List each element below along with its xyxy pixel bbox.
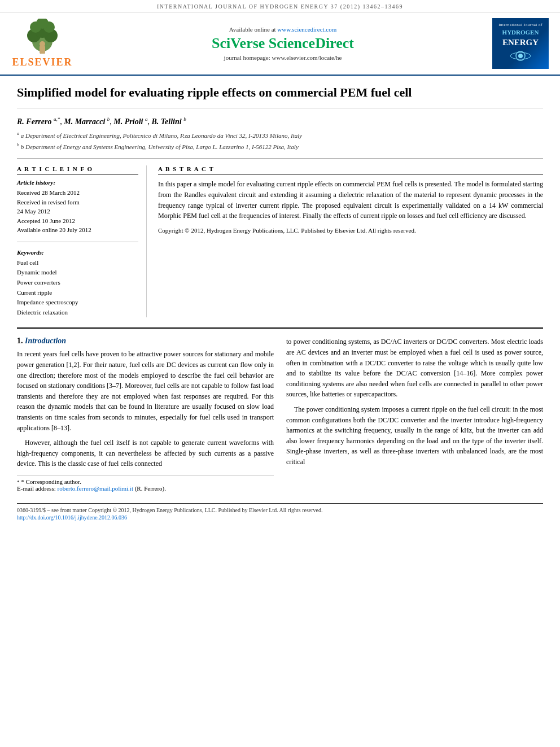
article-info-column: A R T I C L E I N F O Article history: R… (17, 165, 147, 317)
svg-point-9 (40, 41, 45, 47)
body-col-right: to power conditioning systems, as DC/AC … (286, 337, 543, 492)
doi-link[interactable]: http://dx.doi.org/10.1016/j.ijhydene.201… (17, 514, 127, 521)
received-revised-date: 24 May 2012 (17, 207, 138, 216)
svg-rect-8 (40, 46, 45, 54)
body-col-left: 1. Introduction In recent years fuel cel… (17, 337, 274, 492)
main-content: Simplified model for evaluating ripple e… (0, 76, 560, 533)
article-info-header: A R T I C L E I N F O (17, 165, 138, 174)
keyword-6: Dielectric relaxation (17, 308, 138, 318)
accepted-date: Accepted 10 June 2012 (17, 216, 138, 226)
abstract-header: A B S T R A C T (158, 165, 543, 174)
received-date: Received 28 March 2012 (17, 188, 138, 198)
sciencedirect-url[interactable]: www.sciencedirect.com (277, 26, 336, 33)
paper-title: Simplified model for evaluating ripple e… (17, 85, 543, 108)
body-paragraph-2: However, although the fuel cell itself i… (17, 438, 274, 469)
keyword-5: Impedance spectroscopy (17, 298, 138, 308)
body-paragraph-3: to power conditioning systems, as DC/AC … (286, 337, 543, 400)
footer-doi: http://dx.doi.org/10.1016/j.ijhydene.201… (17, 514, 543, 521)
body-paragraph-4: The power conditioning system imposes a … (286, 404, 543, 468)
center-branding: Available online at www.sciencedirect.co… (73, 26, 492, 61)
abstract-column: A B S T R A C T In this paper a simple m… (158, 165, 543, 317)
elsevier-wordmark: ELSEVIER (12, 56, 72, 68)
badge-energy: ENERGY (502, 38, 539, 47)
keyword-2: Dynamic model (17, 268, 138, 278)
keyword-4: Current ripple (17, 288, 138, 298)
email-line: E-mail address: roberto.ferrero@mail.pol… (17, 485, 274, 492)
corresponding-author-note: * * Corresponding author. E-mail address… (17, 475, 274, 492)
section-1-title: Introduction (25, 337, 66, 345)
available-online-date: Available online 20 July 2012 (17, 225, 138, 235)
abstract-copyright: Copyright © 2012, Hydrogen Energy Public… (158, 226, 543, 235)
affiliation-b: b b Department of Energy and Systems Eng… (17, 142, 543, 151)
elsevier-tree-icon (20, 19, 65, 55)
journal-header-bar: International Journal of Hydrogen Energy… (0, 0, 560, 12)
hydrogen-energy-badge: International Journal of HYDROGEN ENERGY (492, 18, 549, 69)
journal-homepage: journal homepage: www.elsevier.com/locat… (73, 54, 492, 61)
footer-issn: 0360-3199/$ – see front matter Copyright… (17, 507, 543, 513)
affiliation-a: a a Department of Electrical Engineering… (17, 130, 543, 140)
abstract-text: In this paper a simple model for evaluat… (158, 179, 543, 235)
badge-icon (509, 47, 532, 64)
journal-header-text: International Journal of Hydrogen Energy… (157, 3, 403, 10)
body-content: 1. Introduction In recent years fuel cel… (17, 327, 543, 521)
two-col-body: 1. Introduction In recent years fuel cel… (17, 337, 543, 492)
badge-title: HYDROGEN (502, 29, 539, 36)
keywords-divider (17, 242, 138, 242)
badge-intl-text: International Journal of (498, 23, 542, 27)
section-1-heading: 1. Introduction (17, 337, 274, 346)
section-divider-1 (17, 158, 543, 159)
keyword-1: Fuel cell (17, 258, 138, 268)
info-abstract-row: A R T I C L E I N F O Article history: R… (17, 165, 543, 317)
corresponding-star-line: * * Corresponding author. (17, 478, 274, 485)
page-footer: 0360-3199/$ – see front matter Copyright… (17, 503, 543, 521)
authors-line: R. Ferrero a,*, M. Marracci b, M. Prioli… (17, 116, 543, 126)
svg-point-12 (518, 54, 523, 58)
elsevier-logo: ELSEVIER (11, 19, 73, 68)
author-email-link[interactable]: roberto.ferrero@mail.polimi.it (57, 485, 133, 492)
keywords-label: Keywords: (17, 249, 138, 256)
keyword-3: Power converters (17, 278, 138, 288)
received-revised-label: Received in revised form (17, 198, 138, 207)
body-paragraph-1: In recent years fuel cells have proven t… (17, 349, 274, 433)
available-online-text: Available online at www.sciencedirect.co… (73, 26, 492, 33)
sciverse-logo: SciVerse ScienceDirect (73, 35, 492, 52)
history-label: Article history: (17, 179, 138, 186)
branding-area: ELSEVIER Available online at www.science… (0, 12, 560, 76)
